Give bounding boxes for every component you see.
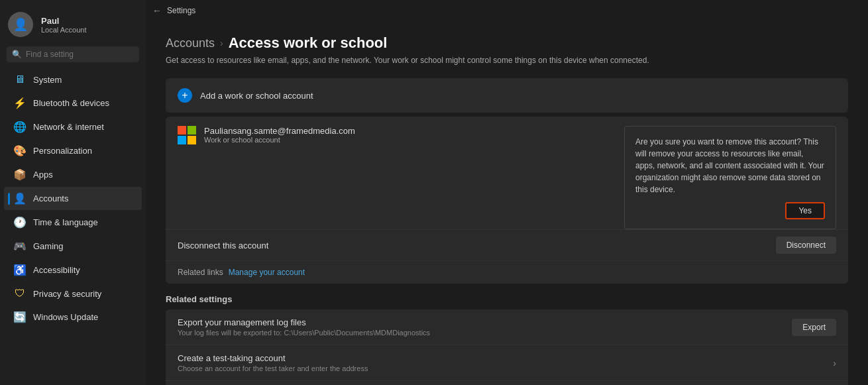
sidebar-item-privacy[interactable]: 🛡Privacy & security bbox=[4, 282, 142, 305]
network-icon: 🌐 bbox=[13, 121, 27, 133]
sidebar-item-gaming[interactable]: 🎮Gaming bbox=[4, 235, 142, 258]
windows-update-icon: 🔄 bbox=[13, 311, 27, 323]
breadcrumb-current: Access work or school bbox=[229, 34, 388, 52]
ms-logo bbox=[178, 126, 196, 144]
search-input[interactable] bbox=[26, 50, 134, 59]
add-account-label: Add a work or school account bbox=[200, 91, 313, 101]
sidebar-item-label: Time & language bbox=[33, 217, 98, 227]
search-box[interactable]: 🔍 bbox=[7, 46, 139, 62]
sidebar-item-label: Personalization bbox=[33, 146, 92, 156]
settings-desc-test-account: Choose an account for the test taker and… bbox=[178, 364, 825, 372]
sidebar-item-label: Accessibility bbox=[33, 265, 80, 275]
sidebar-item-bluetooth[interactable]: ⚡Bluetooth & devices bbox=[4, 91, 142, 115]
account-email: Pauliansang.samte@framedmedia.com bbox=[204, 126, 616, 136]
settings-text-export-logs: Export your management log files Your lo… bbox=[178, 317, 784, 337]
sidebar-header: 👤 Paul Local Account bbox=[0, 5, 146, 46]
plus-icon: + bbox=[178, 88, 192, 103]
apps-icon: 📦 bbox=[13, 168, 27, 181]
add-account-row[interactable]: + Add a work or school account bbox=[166, 78, 848, 113]
account-info: Pauliansang.samte@framedmedia.com Work o… bbox=[204, 126, 616, 144]
export-button[interactable]: Export bbox=[792, 319, 836, 336]
account-row: Pauliansang.samte@framedmedia.com Work o… bbox=[166, 117, 848, 229]
settings-title-export-logs: Export your management log files bbox=[178, 317, 784, 327]
settings-desc-export-logs: Your log files will be exported to: C:\U… bbox=[178, 329, 784, 337]
sidebar-item-accessibility[interactable]: ♿Accessibility bbox=[4, 258, 142, 282]
confirmation-dialog: Are you sure you want to remove this acc… bbox=[624, 126, 836, 229]
settings-row-test-account[interactable]: Create a test-taking account Choose an a… bbox=[166, 345, 848, 380]
accounts-icon: 👤 bbox=[13, 192, 27, 205]
settings-title-test-account: Create a test-taking account bbox=[178, 353, 825, 363]
manage-link[interactable]: Manage your account bbox=[229, 268, 305, 277]
chevron-icon: › bbox=[833, 358, 836, 368]
sidebar-item-label: Bluetooth & devices bbox=[33, 98, 109, 108]
user-info: Paul Local Account bbox=[41, 16, 87, 34]
page-description: Get access to resources like email, apps… bbox=[166, 56, 848, 65]
gaming-icon: 🎮 bbox=[13, 240, 27, 252]
sidebar-item-apps[interactable]: 📦Apps bbox=[4, 163, 142, 186]
sidebar-item-personalization[interactable]: 🎨Personalization bbox=[4, 139, 142, 162]
user-name: Paul bbox=[41, 16, 87, 26]
sidebar-item-windows-update[interactable]: 🔄Windows Update bbox=[4, 305, 142, 329]
disconnect-label: Disconnect this account bbox=[178, 241, 776, 250]
sidebar-item-label: Privacy & security bbox=[33, 289, 101, 299]
bluetooth-icon: ⚡ bbox=[13, 97, 27, 109]
sidebar-item-label: Network & internet bbox=[33, 122, 104, 132]
sidebar-item-system[interactable]: 🖥System bbox=[4, 68, 142, 91]
related-settings-card: Export your management log files Your lo… bbox=[166, 309, 848, 385]
related-settings-title: Related settings bbox=[166, 294, 848, 304]
account-type: Work or school account bbox=[204, 136, 616, 144]
personalization-icon: 🎨 bbox=[13, 144, 27, 157]
settings-text-test-account: Create a test-taking account Choose an a… bbox=[178, 353, 825, 372]
title-bar: ← Settings bbox=[146, 0, 868, 21]
related-links-label: Related links bbox=[178, 268, 223, 277]
disconnect-button[interactable]: Disconnect bbox=[776, 237, 836, 254]
related-links-row: Related links Manage your account bbox=[166, 260, 848, 284]
sidebar: 👤 Paul Local Account 🔍 🖥System⚡Bluetooth… bbox=[0, 0, 146, 385]
user-role: Local Account bbox=[41, 26, 87, 34]
window-title: Settings bbox=[167, 6, 195, 15]
sidebar-item-network[interactable]: 🌐Network & internet bbox=[4, 115, 142, 138]
privacy-icon: 🛡 bbox=[13, 288, 27, 300]
sidebar-item-label: Gaming bbox=[33, 241, 64, 251]
yes-button[interactable]: Yes bbox=[785, 202, 825, 219]
search-icon: 🔍 bbox=[12, 50, 22, 59]
sidebar-item-accounts[interactable]: 👤Accounts bbox=[4, 187, 142, 210]
settings-row-provisioning[interactable]: Add or remove a provisioning package › bbox=[166, 380, 848, 385]
sidebar-item-time[interactable]: 🕐Time & language bbox=[4, 211, 142, 234]
system-icon: 🖥 bbox=[13, 74, 27, 85]
account-card: Pauliansang.samte@framedmedia.com Work o… bbox=[166, 117, 848, 284]
breadcrumb: Accounts › Access work or school bbox=[166, 34, 848, 52]
sidebar-item-label: System bbox=[33, 75, 62, 85]
avatar: 👤 bbox=[8, 12, 33, 37]
back-button[interactable]: ← bbox=[152, 5, 162, 16]
settings-row-export-logs[interactable]: Export your management log files Your lo… bbox=[166, 309, 848, 345]
time-icon: 🕐 bbox=[13, 216, 27, 229]
accessibility-icon: ♿ bbox=[13, 264, 27, 276]
sidebar-item-label: Accounts bbox=[33, 193, 68, 203]
breadcrumb-parent[interactable]: Accounts bbox=[166, 36, 215, 50]
confirmation-message: Are you sure you want to remove this acc… bbox=[635, 136, 825, 195]
add-account-card: + Add a work or school account bbox=[166, 78, 848, 113]
disconnect-row: Disconnect this account Disconnect bbox=[166, 229, 848, 260]
sidebar-item-label: Apps bbox=[33, 170, 53, 180]
breadcrumb-separator: › bbox=[220, 38, 223, 48]
sidebar-item-label: Windows Update bbox=[33, 312, 98, 322]
main-content: Accounts › Access work or school Get acc… bbox=[146, 0, 868, 385]
nav-list: 🖥System⚡Bluetooth & devices🌐Network & in… bbox=[0, 68, 146, 329]
